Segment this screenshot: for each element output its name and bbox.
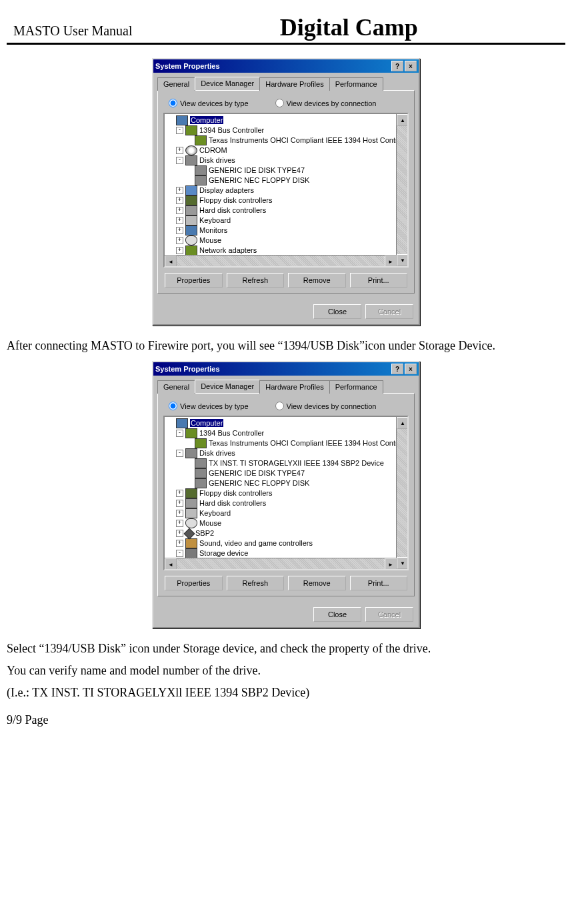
tree-item-label: Floppy disk controllers: [199, 488, 272, 498]
close-icon[interactable]: ×: [405, 364, 417, 374]
scroll-up-icon[interactable]: ▲: [397, 417, 409, 429]
expand-icon[interactable]: +: [176, 540, 183, 547]
expand-icon[interactable]: -: [176, 550, 183, 557]
vertical-scrollbar[interactable]: ▲ ▼: [396, 417, 407, 569]
cancel-button: Cancel: [365, 304, 413, 319]
tree-item[interactable]: +Mouse: [166, 236, 406, 246]
expand-icon[interactable]: +: [176, 147, 183, 154]
tree-item[interactable]: -Disk drives: [166, 448, 406, 458]
expand-icon[interactable]: +: [176, 510, 183, 517]
tree-item[interactable]: Computer: [166, 115, 406, 125]
expand-icon[interactable]: +: [176, 237, 183, 244]
tree-item[interactable]: +Network adapters: [166, 246, 406, 256]
tree-item-label: GENERIC IDE DISK TYPE47: [209, 165, 305, 175]
tab-performance[interactable]: Performance: [329, 380, 383, 394]
expand-icon[interactable]: +: [176, 207, 183, 214]
horizontal-scrollbar[interactable]: ◄ ►: [165, 255, 397, 266]
tree-item[interactable]: +Mouse: [166, 518, 406, 528]
tree-item[interactable]: Computer: [166, 418, 406, 428]
tree-item[interactable]: -1394 Bus Controller: [166, 428, 406, 438]
tree-item[interactable]: GENERIC IDE DISK TYPE47: [166, 468, 406, 478]
tree-item-label: Monitors: [199, 225, 227, 236]
expand-icon[interactable]: +: [176, 500, 183, 507]
tree-item-label: Texas Instruments OHCI Compliant IEEE 13…: [209, 135, 402, 145]
expand-icon[interactable]: +: [176, 197, 183, 204]
tree-item[interactable]: +SBP2: [166, 528, 406, 538]
device-tree[interactable]: Computer-1394 Bus ControllerTexas Instru…: [163, 113, 409, 268]
refresh-button[interactable]: Refresh: [227, 273, 285, 288]
scroll-down-icon[interactable]: ▼: [397, 254, 409, 266]
tab-device-manager[interactable]: Device Manager: [195, 77, 260, 90]
system-properties-dialog-1: System Properties ? × General Device Man…: [152, 58, 420, 326]
vertical-scrollbar[interactable]: ▲ ▼: [396, 114, 407, 266]
tree-item[interactable]: -1394 Bus Controller: [166, 125, 406, 135]
tree-item[interactable]: +Monitors: [166, 225, 406, 236]
tree-item[interactable]: +Hard disk controllers: [166, 498, 406, 508]
tree-item[interactable]: -Disk drives: [166, 155, 406, 165]
tree-item[interactable]: +Hard disk controllers: [166, 205, 406, 215]
print-button[interactable]: Print...: [350, 273, 408, 288]
scroll-left-icon[interactable]: ◄: [165, 256, 177, 268]
tree-item[interactable]: +Keyboard: [166, 508, 406, 518]
kbd-icon: [185, 215, 197, 225]
help-icon[interactable]: ?: [391, 364, 403, 374]
expand-icon[interactable]: +: [176, 530, 183, 537]
tree-item[interactable]: GENERIC NEC FLOPPY DISK: [166, 175, 406, 185]
properties-button[interactable]: Properties: [165, 273, 223, 288]
expand-icon[interactable]: +: [176, 187, 183, 194]
radio-by-type[interactable]: View devices by type: [169, 99, 249, 107]
tab-device-manager[interactable]: Device Manager: [195, 380, 260, 393]
scroll-right-icon[interactable]: ►: [385, 256, 397, 268]
tab-general[interactable]: General: [157, 380, 195, 394]
remove-button[interactable]: Remove: [288, 576, 346, 590]
properties-button[interactable]: Properties: [165, 576, 223, 590]
tree-item[interactable]: +Floppy disk controllers: [166, 195, 406, 205]
expand-icon[interactable]: -: [176, 127, 183, 134]
tree-item[interactable]: Texas Instruments OHCI Compliant IEEE 13…: [166, 438, 406, 448]
tab-hardware-profiles[interactable]: Hardware Profiles: [259, 77, 329, 91]
tree-item[interactable]: TX INST. TI STORAGELYXII IEEE 1394 SBP2 …: [166, 458, 406, 468]
expand-icon[interactable]: +: [176, 227, 183, 234]
tree-item[interactable]: +Floppy disk controllers: [166, 488, 406, 498]
radio-by-connection[interactable]: View devices by connection: [275, 99, 377, 107]
tree-item[interactable]: +Keyboard: [166, 215, 406, 225]
tab-strip: General Device Manager Hardware Profiles…: [153, 376, 419, 393]
tab-hardware-profiles[interactable]: Hardware Profiles: [259, 380, 329, 394]
device-tree[interactable]: Computer-1394 Bus ControllerTexas Instru…: [163, 416, 409, 570]
refresh-button[interactable]: Refresh: [227, 576, 285, 590]
mouse-icon: [185, 236, 197, 246]
expand-icon[interactable]: -: [176, 430, 183, 437]
expand-icon[interactable]: -: [176, 157, 183, 164]
tree-item-label: 1394 Bus Controller: [199, 125, 264, 135]
expand-icon[interactable]: +: [176, 520, 183, 527]
page-footer: 9/9 Page: [7, 713, 565, 727]
scroll-down-icon[interactable]: ▼: [397, 557, 409, 569]
close-button[interactable]: Close: [313, 607, 361, 622]
scroll-right-icon[interactable]: ►: [385, 558, 397, 570]
horizontal-scrollbar[interactable]: ◄ ►: [165, 558, 397, 569]
tree-item[interactable]: +CDROM: [166, 145, 406, 155]
expand-icon[interactable]: +: [176, 247, 183, 254]
tree-item[interactable]: +Sound, video and game controllers: [166, 538, 406, 548]
expand-icon[interactable]: +: [176, 490, 183, 497]
scroll-up-icon[interactable]: ▲: [397, 114, 409, 126]
paragraph-4: (I.e.: TX INST. TI STORAGELYXll IEEE 139…: [7, 686, 565, 700]
expand-icon[interactable]: +: [176, 217, 183, 224]
remove-button[interactable]: Remove: [288, 273, 346, 288]
radio-by-type[interactable]: View devices by type: [169, 402, 249, 410]
tree-item[interactable]: +Display adapters: [166, 185, 406, 195]
print-button[interactable]: Print...: [350, 576, 408, 590]
help-icon[interactable]: ?: [391, 61, 403, 71]
scroll-left-icon[interactable]: ◄: [165, 558, 177, 570]
tab-performance[interactable]: Performance: [329, 77, 383, 91]
cd-icon: [185, 145, 197, 155]
tree-item[interactable]: Texas Instruments OHCI Compliant IEEE 13…: [166, 135, 406, 145]
tree-item[interactable]: GENERIC NEC FLOPPY DISK: [166, 478, 406, 488]
expand-icon[interactable]: -: [176, 450, 183, 457]
close-button[interactable]: Close: [313, 304, 361, 319]
tree-item[interactable]: GENERIC IDE DISK TYPE47: [166, 165, 406, 175]
tab-general[interactable]: General: [157, 77, 195, 91]
close-icon[interactable]: ×: [405, 61, 417, 71]
radio-by-connection[interactable]: View devices by connection: [275, 402, 377, 410]
tree-item[interactable]: -Storage device: [166, 548, 406, 558]
